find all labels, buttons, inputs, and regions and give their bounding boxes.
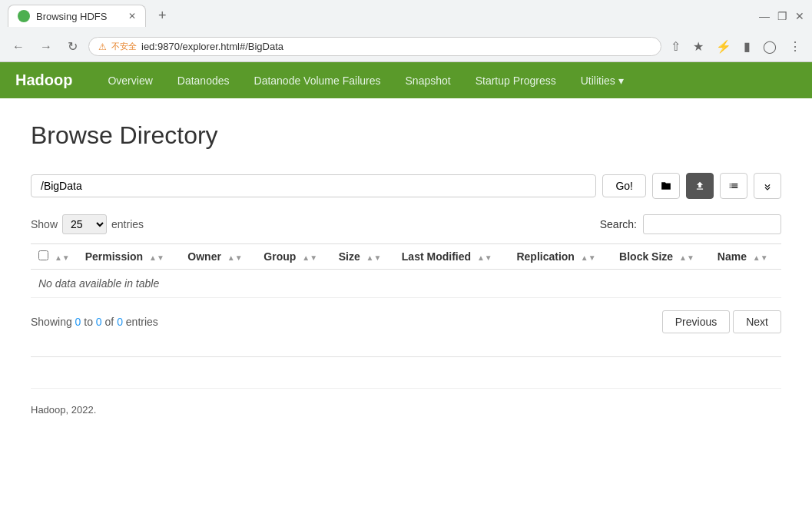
search-bar: Search: [600,214,781,234]
back-button[interactable]: ← [8,37,29,57]
toolbar-actions: ⇧ ★ ⚡ ▮ ◯ ⋮ [668,36,804,57]
table-body: No data available in table [31,270,781,298]
permission-sort-icon: ▲▼ [149,253,164,262]
security-icon: ⚠ [98,41,107,52]
no-data-row: No data available in table [31,270,781,298]
browser-titlebar: Browsing HDFS ✕ + — ❐ ✕ [0,0,812,31]
sidebar-icon[interactable]: ▮ [741,36,754,57]
show-label: Show [31,218,58,230]
table-header: ▲▼ Permission ▲▼ Owner ▲▼ Group ▲▼ Size … [31,244,781,270]
showing-prefix: Showing [31,316,75,328]
nav-datanode-volume-failures[interactable]: Datanode Volume Failures [242,64,393,98]
select-all-col[interactable]: ▲▼ [31,244,78,270]
no-data-message: No data available in table [31,270,781,298]
main-content: Browse Directory Go! Show 10 25 50 100 e… [0,98,812,439]
owner-sort-icon: ▲▼ [227,253,243,262]
col-replication[interactable]: Replication ▲▼ [509,244,611,270]
refresh-button[interactable]: ↻ [63,36,82,57]
nav-datanodes[interactable]: Datanodes [165,64,242,98]
filter-icon-button[interactable] [754,173,781,199]
nav-utilities[interactable]: Utilities ▾ [568,64,636,98]
replication-sort-icon: ▲▼ [581,253,596,262]
share-icon[interactable]: ⇧ [668,36,684,57]
tab-title: Browsing HDFS [36,11,107,22]
sort-icons: ▲▼ [55,253,70,262]
restore-button[interactable]: ❐ [777,10,787,22]
pagination-area: Showing 0 to 0 of 0 entries Previous Nex… [31,310,781,333]
group-sort-icon: ▲▼ [302,253,317,262]
col-owner[interactable]: Owner ▲▼ [180,244,256,270]
upload-icon-button[interactable] [686,173,714,199]
col-group[interactable]: Group ▲▼ [256,244,330,270]
tab-close-button[interactable]: ✕ [128,11,136,22]
address-bar[interactable]: ⚠ 不安全 ied:9870/explorer.html#/BigData [88,37,661,56]
col-block-size[interactable]: Block Size ▲▼ [611,244,710,270]
col-name[interactable]: Name ▲▼ [710,244,781,270]
go-button[interactable]: Go! [602,174,646,197]
col-permission[interactable]: Permission ▲▼ [78,244,181,270]
path-input[interactable] [31,174,596,197]
tab-favicon [18,10,30,22]
browser-chrome: Browsing HDFS ✕ + — ❐ ✕ ← → ↻ ⚠ 不安全 ied:… [0,0,812,62]
hadoop-navbar: Hadoop Overview Datanodes Datanode Volum… [0,62,812,98]
nav-startup-progress[interactable]: Startup Progress [463,64,568,98]
block-size-sort-icon: ▲▼ [679,253,694,262]
showing-suffix: entries [123,316,158,328]
browser-tab[interactable]: Browsing HDFS ✕ [8,5,146,27]
path-bar: Go! [31,173,781,199]
close-button[interactable]: ✕ [795,10,804,22]
url-text: ied:9870/explorer.html#/BigData [141,41,651,52]
page-title: Browse Directory [31,121,781,150]
entries-select[interactable]: 10 25 50 100 [62,214,107,234]
name-sort-icon: ▲▼ [753,253,768,262]
window-controls: — ❐ ✕ [759,10,804,22]
search-input[interactable] [643,214,781,234]
showing-of: 0 [117,316,123,328]
footer-divider [31,356,781,357]
table-controls: Show 10 25 50 100 entries Search: [31,214,781,234]
show-entries-control: Show 10 25 50 100 entries [31,214,144,234]
profile-icon[interactable]: ◯ [760,36,780,57]
col-last-modified[interactable]: Last Modified ▲▼ [394,244,509,270]
security-warning-text: 不安全 [111,41,137,52]
select-all-checkbox[interactable] [38,250,48,260]
list-icon-button[interactable] [720,173,747,199]
showing-to: 0 [96,316,102,328]
pagination-buttons: Previous Next [662,310,781,333]
nav-snapshot[interactable]: Snapshot [393,64,463,98]
bookmark-icon[interactable]: ★ [690,36,707,57]
menu-icon[interactable]: ⋮ [786,36,804,57]
previous-button[interactable]: Previous [662,310,730,333]
extensions-icon[interactable]: ⚡ [713,36,734,57]
showing-info: Showing 0 to 0 of 0 entries [31,316,158,328]
new-tab-button[interactable]: + [152,5,173,27]
minimize-button[interactable]: — [759,10,770,22]
entries-label: entries [111,218,144,230]
forward-button[interactable]: → [35,37,57,57]
browser-toolbar: ← → ↻ ⚠ 不安全 ied:9870/explorer.html#/BigD… [0,31,812,61]
last-modified-sort-icon: ▲▼ [477,253,492,262]
search-label: Search: [600,218,637,230]
footer: Hadoop, 2022. [31,388,781,416]
folder-icon-button[interactable] [652,173,680,199]
nav-overview[interactable]: Overview [95,64,164,98]
size-sort-icon: ▲▼ [366,253,382,262]
directory-table: ▲▼ Permission ▲▼ Owner ▲▼ Group ▲▼ Size … [31,243,781,298]
next-button[interactable]: Next [733,310,781,333]
footer-text: Hadoop, 2022. [31,404,96,416]
hadoop-brand: Hadoop [15,62,88,98]
col-size[interactable]: Size ▲▼ [331,244,394,270]
